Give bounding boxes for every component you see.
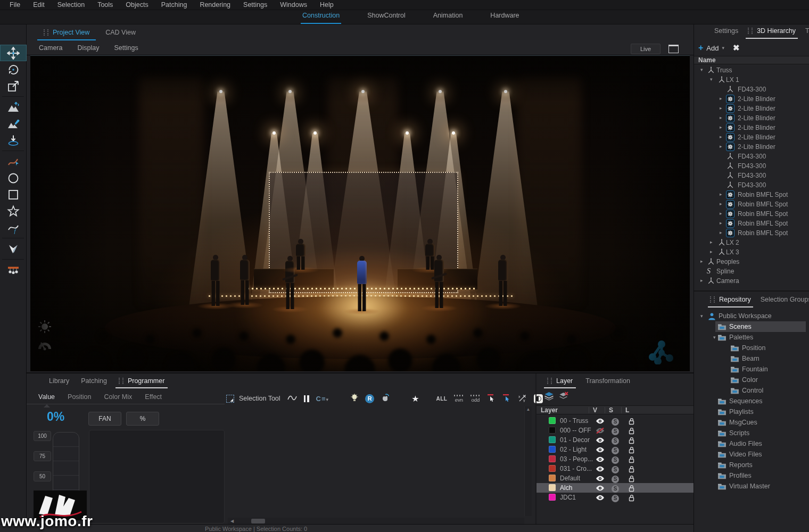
repository-item[interactable]: MsgCues bbox=[694, 417, 809, 428]
layer-color-swatch[interactable] bbox=[549, 475, 556, 481]
right-tab-3d-hierarchy[interactable]: 3D Hierarchy bbox=[746, 27, 798, 39]
tree-expand-arrow[interactable]: ▸ bbox=[720, 115, 722, 120]
xy-lock-icon[interactable]: xy bbox=[518, 394, 527, 404]
repository-item[interactable]: Virtual Master bbox=[694, 481, 809, 492]
hierarchy-item[interactable]: FD43-300 bbox=[694, 171, 809, 180]
layer-color-swatch[interactable] bbox=[549, 465, 556, 472]
hierarchy-item[interactable]: ▸2-Lite Blinder bbox=[694, 132, 809, 142]
viewport-tab-project-view[interactable]: Project View bbox=[37, 26, 96, 40]
mode-tab-showcontrol[interactable]: ShowControl bbox=[366, 12, 407, 24]
viewport-tab-cad-view[interactable]: CAD View bbox=[99, 26, 142, 40]
layer-color-swatch[interactable] bbox=[549, 427, 556, 434]
circle-tool[interactable] bbox=[0, 170, 27, 186]
layer-row[interactable]: 03 - Peop... S bbox=[536, 454, 694, 464]
curve-tool[interactable]: f bbox=[0, 219, 27, 236]
repository-item[interactable]: Control bbox=[694, 385, 809, 396]
layer-row[interactable]: JDC1 S bbox=[536, 493, 694, 502]
repository-item[interactable]: ▾Public Workspace bbox=[694, 311, 809, 321]
hierarchy-item[interactable]: ▸2-Lite Blinder bbox=[694, 104, 809, 113]
scale-tool[interactable] bbox=[0, 78, 27, 94]
menu-windows[interactable]: Windows bbox=[274, 1, 313, 9]
tree-expand-arrow[interactable]: ▸ bbox=[720, 124, 722, 130]
visibility-eye-icon[interactable] bbox=[596, 494, 605, 502]
layer-row[interactable]: Alch S bbox=[536, 483, 694, 493]
subtab-value[interactable]: Value bbox=[33, 392, 60, 404]
programmer-tab-patching[interactable]: Patching bbox=[78, 377, 110, 388]
solo-badge-icon[interactable]: S bbox=[612, 427, 619, 435]
hierarchy-item[interactable]: ▸Robin BMFL Spot bbox=[694, 228, 809, 238]
armature-nodes-icon[interactable] bbox=[648, 337, 675, 366]
3d-render-view[interactable] bbox=[30, 55, 690, 371]
add-dropdown-caret-icon[interactable]: ▾ bbox=[722, 45, 724, 51]
cursor-bottom-select-icon[interactable] bbox=[502, 394, 511, 404]
rotate-tool[interactable] bbox=[0, 61, 27, 78]
menu-selection[interactable]: Selection bbox=[51, 1, 91, 9]
tree-expand-arrow[interactable]: ▸ bbox=[720, 134, 722, 139]
tree-expand-arrow[interactable]: ▸ bbox=[720, 192, 722, 197]
live-button[interactable]: Live bbox=[631, 44, 661, 54]
tree-expand-arrow[interactable]: ▸ bbox=[700, 278, 703, 283]
lamp-icon[interactable] bbox=[351, 394, 358, 404]
layer-row[interactable]: 031 - Cro... S bbox=[536, 464, 694, 473]
tree-collapse-arrow[interactable]: ▾ bbox=[713, 335, 716, 340]
fader-scale-50[interactable]: 50 bbox=[34, 471, 51, 481]
layer-delete-icon[interactable] bbox=[558, 392, 568, 402]
layer-row[interactable]: 00 - Truss S bbox=[536, 416, 694, 426]
visibility-eye-icon[interactable] bbox=[596, 456, 605, 464]
tree-collapse-arrow[interactable]: ▾ bbox=[700, 313, 703, 319]
hoist-tool[interactable] bbox=[0, 262, 27, 278]
rectangle-tool[interactable] bbox=[0, 186, 27, 203]
hierarchy-item[interactable]: FD43-300 bbox=[694, 152, 809, 161]
repository-item[interactable]: Scenes bbox=[694, 321, 809, 332]
right-tab-settings[interactable]: Settings bbox=[712, 27, 740, 39]
tree-collapse-arrow[interactable]: ▾ bbox=[700, 67, 703, 72]
spline-tool[interactable] bbox=[0, 153, 27, 170]
pause-icon[interactable] bbox=[304, 395, 309, 402]
repository-item[interactable]: Video Files bbox=[694, 449, 809, 460]
hierarchy-item[interactable]: ▸Robin BMFL Spot bbox=[694, 190, 809, 200]
visibility-eye-icon[interactable] bbox=[596, 475, 605, 483]
selection-tool-icon[interactable] bbox=[226, 395, 234, 403]
render-mode-badge[interactable]: R bbox=[365, 394, 374, 403]
select-all-button[interactable]: ALL bbox=[436, 396, 447, 402]
layer-color-swatch[interactable] bbox=[549, 455, 556, 462]
solo-badge-icon[interactable]: S bbox=[612, 417, 619, 426]
terrain-paint-tool[interactable] bbox=[0, 115, 27, 132]
visibility-eye-icon[interactable] bbox=[596, 418, 605, 426]
hierarchy-item[interactable]: ▸LX 2 bbox=[694, 238, 809, 247]
visibility-eye-off-icon[interactable] bbox=[596, 427, 605, 435]
viewport-menu-camera[interactable]: Camera bbox=[33, 44, 68, 52]
repository-item[interactable]: Beam bbox=[694, 353, 809, 364]
hand-icon[interactable] bbox=[381, 394, 390, 403]
hierarchy-item[interactable]: ▸2-Lite Blinder bbox=[694, 142, 809, 152]
star-tool[interactable] bbox=[0, 203, 27, 219]
subtab-effect[interactable]: Effect bbox=[139, 392, 167, 404]
mode-tab-animation[interactable]: Animation bbox=[432, 12, 465, 24]
hierarchy-item[interactable]: FD43-300 bbox=[694, 161, 809, 171]
solo-badge-icon[interactable]: S bbox=[612, 484, 619, 493]
menu-help[interactable]: Help bbox=[313, 1, 340, 9]
repository-item[interactable]: Sequences bbox=[694, 396, 809, 406]
layer-row[interactable]: 000 -- OFF S bbox=[536, 426, 694, 435]
layer-tab-layer[interactable]: Layer bbox=[544, 377, 576, 388]
repository-item[interactable]: Audio Files bbox=[694, 438, 809, 449]
layer-tab-transformation[interactable]: Transformation bbox=[582, 377, 633, 388]
programmer-tab-programmer[interactable]: Programmer bbox=[115, 377, 168, 388]
menu-objects[interactable]: Objects bbox=[119, 1, 154, 9]
layer-row[interactable]: 01 - Decor S bbox=[536, 435, 694, 445]
menu-patching[interactable]: Patching bbox=[155, 1, 194, 9]
layer-row[interactable]: Default S bbox=[536, 473, 694, 483]
tree-expand-arrow[interactable]: ▸ bbox=[720, 105, 722, 111]
hierarchy-item[interactable]: ▸2-Lite Blinder bbox=[694, 123, 809, 132]
programmer-content-area[interactable] bbox=[89, 430, 225, 523]
solo-badge-icon[interactable]: S bbox=[612, 465, 619, 473]
percent-button[interactable]: % bbox=[126, 412, 159, 426]
hierarchy-item[interactable]: SSpline bbox=[694, 267, 809, 276]
solo-badge-icon[interactable]: S bbox=[612, 446, 619, 454]
hierarchy-item[interactable]: ▸Robin BMFL Spot bbox=[694, 219, 809, 228]
speed-gauge-icon[interactable] bbox=[37, 338, 53, 352]
tree-collapse-arrow[interactable]: ▾ bbox=[710, 77, 713, 82]
fan-button[interactable]: FAN bbox=[88, 412, 121, 426]
menu-file[interactable]: File bbox=[3, 1, 27, 9]
viewport-menu-settings[interactable]: Settings bbox=[108, 44, 144, 52]
